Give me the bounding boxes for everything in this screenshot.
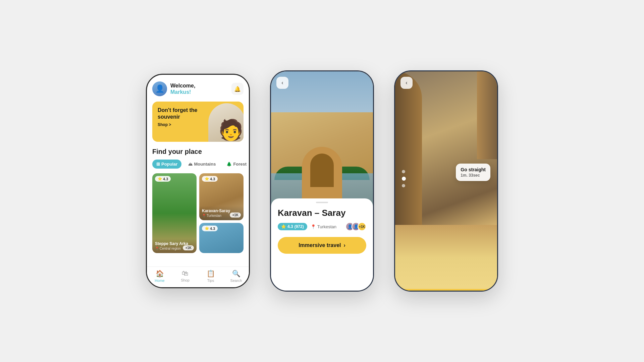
banner-title: Don't forget the souvenir xyxy=(158,107,205,120)
avatar xyxy=(152,81,167,96)
filter-forest[interactable]: 🌲 Forest xyxy=(222,160,249,169)
nav-dots xyxy=(402,170,406,187)
welcome-section: Welcome, Markus! xyxy=(170,82,231,95)
search-icon: 🔍 xyxy=(232,269,240,278)
banner-text: Don't forget the souvenir Shop > xyxy=(158,107,205,127)
chevron-left-icon: ‹ xyxy=(281,80,283,86)
arch-right xyxy=(477,71,497,159)
nav-tips-label: Tips xyxy=(207,279,214,283)
pin-icon: 📍 xyxy=(202,214,206,218)
promo-banner[interactable]: Don't forget the souvenir Shop > xyxy=(152,102,244,142)
star-icon: ⭐ xyxy=(281,224,286,229)
back-button[interactable]: ‹ xyxy=(276,77,288,89)
nav-dot-active xyxy=(402,177,406,181)
card-3[interactable]: ⭐ 4.3 xyxy=(199,223,244,253)
card-karavan[interactable]: ⭐ 4.3 Karavan-Saray 📍 Turkestan +1K xyxy=(199,173,244,220)
card-rating: ⭐ 4.3 xyxy=(202,176,218,182)
bottom-nav: 🏠 Home 🛍 Shop 📋 Tips 🔍 Search xyxy=(147,266,249,287)
rating-value: 4.3 xyxy=(287,224,293,229)
info-sheet: Karavan – Saray ⭐ 4.3 (972) 📍 Turkestan … xyxy=(271,198,373,291)
arrow-icon: › xyxy=(343,242,345,248)
section-title: Find your place xyxy=(152,148,244,156)
tips-icon: 📋 xyxy=(207,269,215,278)
rating-count: (972) xyxy=(294,224,304,229)
visitor-avatars: 👤 👤 +1K xyxy=(345,222,366,231)
banner-figure xyxy=(208,103,244,142)
nav-search-label: Search xyxy=(230,279,242,283)
immersive-travel-button[interactable]: Immersive travel › xyxy=(278,237,366,254)
nav-home-label: Home xyxy=(155,279,164,283)
floor xyxy=(395,225,497,291)
phone-3: ‹ Go straight 1m. 33sec xyxy=(394,70,498,292)
visitors-count: +1K xyxy=(183,245,194,250)
star-icon: ⭐ xyxy=(205,226,209,231)
location-text: Central region xyxy=(160,247,181,250)
location-text: Turkestan xyxy=(317,224,336,229)
card-rating: ⭐ 4.3 xyxy=(155,176,171,182)
rating-value: 4.3 xyxy=(210,177,215,181)
phone-2: ‹ Karavan – Saray ⭐ 4.3 (972) 📍 Turkesta… xyxy=(270,70,374,292)
rating-value: 4.3 xyxy=(163,177,168,181)
filter-mountains-label: Mountains xyxy=(194,162,216,167)
direction-tooltip: Go straight 1m. 33sec xyxy=(456,164,490,181)
nav-shop-label: Shop xyxy=(181,278,190,282)
rating-pill: ⭐ 4.3 (972) xyxy=(278,223,307,230)
nav-tips[interactable]: 📋 Tips xyxy=(198,269,223,283)
tooltip-title: Go straight xyxy=(461,167,486,172)
tree-icon: 🌲 xyxy=(226,162,232,167)
filter-forest-label: Forest xyxy=(233,162,247,167)
welcome-text: Welcome, xyxy=(170,82,231,89)
corridor-bg xyxy=(395,71,497,291)
visitor-count: +1K xyxy=(358,222,366,231)
shop-icon: 🛍 xyxy=(182,269,189,277)
header: Welcome, Markus! 🔔 xyxy=(152,81,244,96)
grid-icon: ⊞ xyxy=(156,162,160,167)
filter-popular-label: Popular xyxy=(161,162,177,167)
place-cards: ⭐ 4.3 Steppe Sary Arka 📍 Central region … xyxy=(152,173,244,253)
back-button[interactable]: ‹ xyxy=(400,77,413,89)
place-name: Karavan – Saray xyxy=(278,208,366,218)
location-info: 📍 Turkestan xyxy=(311,224,342,229)
nav-shop[interactable]: 🛍 Shop xyxy=(172,269,198,283)
tooltip-subtitle: 1m. 33sec xyxy=(461,173,486,178)
card-steppe[interactable]: ⭐ 4.3 Steppe Sary Arka 📍 Central region … xyxy=(152,173,197,253)
star-icon: ⭐ xyxy=(158,177,162,181)
chevron-left-icon: ‹ xyxy=(406,80,407,86)
location-text: Turkestan xyxy=(207,214,221,218)
drag-handle xyxy=(316,202,328,203)
visitors-count: +1K xyxy=(230,213,241,218)
pin-icon: 📍 xyxy=(155,247,159,250)
notification-bell[interactable]: 🔔 xyxy=(231,83,244,95)
cta-label: Immersive travel xyxy=(299,242,341,248)
star-icon: ⭐ xyxy=(205,177,209,181)
mountain-icon: ⛰ xyxy=(188,162,193,167)
filter-popular[interactable]: ⊞ Popular xyxy=(152,160,181,169)
nav-dot xyxy=(402,170,405,173)
filter-row: ⊞ Popular ⛰ Mountains 🌲 Forest xyxy=(152,160,244,169)
meta-row: ⭐ 4.3 (972) 📍 Turkestan 👤 👤 +1K xyxy=(278,222,366,231)
card-rating: ⭐ 4.3 xyxy=(202,226,218,231)
rating-value: 4.3 xyxy=(210,227,215,231)
phone-1: Welcome, Markus! 🔔 Don't forget the souv… xyxy=(146,74,250,288)
location-pin-icon: 📍 xyxy=(311,224,316,229)
home-icon: 🏠 xyxy=(156,269,164,278)
corridor-image xyxy=(395,71,497,291)
nav-search[interactable]: 🔍 Search xyxy=(223,269,249,283)
user-name: Markus! xyxy=(170,89,231,95)
nav-home[interactable]: 🏠 Home xyxy=(147,269,172,283)
place-image xyxy=(271,71,373,207)
nav-dot xyxy=(402,184,405,187)
banner-shop-link[interactable]: Shop > xyxy=(158,122,205,127)
bottom-progress-bar xyxy=(395,289,497,291)
bell-icon: 🔔 xyxy=(234,86,241,92)
filter-mountains[interactable]: ⛰ Mountains xyxy=(184,160,220,169)
